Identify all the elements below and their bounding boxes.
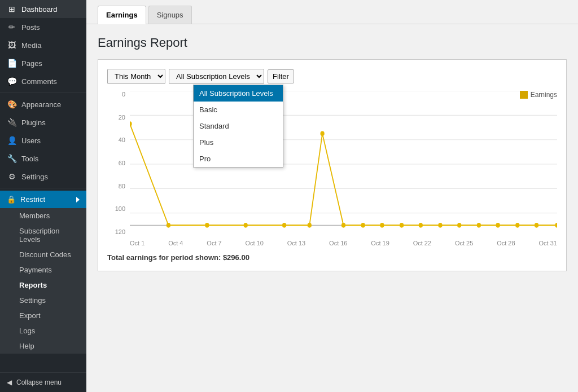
x-label-oct22: Oct 22 xyxy=(413,240,431,246)
svg-point-13 xyxy=(320,131,324,136)
y-axis: 120 100 80 60 40 20 0 xyxy=(107,91,128,235)
svg-point-10 xyxy=(244,223,248,228)
x-label-oct4: Oct 4 xyxy=(168,240,183,246)
sidebar-label-settings: Settings xyxy=(21,173,48,181)
graph-wrapper: Earnings 120 100 80 60 40 20 0 xyxy=(107,91,557,246)
page-title: Earnings Report xyxy=(98,36,567,50)
sidebar-item-dashboard[interactable]: ⊞ Dashboard xyxy=(0,0,86,18)
posts-icon: ✏ xyxy=(7,23,17,32)
legend-label: Earnings xyxy=(531,91,557,99)
subscription-select[interactable]: All Subscription Levels xyxy=(169,69,264,84)
appearance-icon: 🎨 xyxy=(7,100,17,109)
sidebar-label-appearance: Appearance xyxy=(21,100,61,109)
collapse-menu-button[interactable]: ◀ Collapse menu xyxy=(0,372,86,392)
sidebar-subitem-discount-codes[interactable]: Discount Codes xyxy=(0,247,86,262)
restrict-submenu: Members Subscription Levels Discount Cod… xyxy=(0,208,86,354)
sidebar-item-users[interactable]: 👤 Users xyxy=(0,131,86,149)
sidebar-subitem-payments[interactable]: Payments xyxy=(0,262,86,278)
filter-button[interactable]: Filter xyxy=(268,69,294,83)
sidebar-subitem-members[interactable]: Members xyxy=(0,208,86,223)
divider-2 xyxy=(0,188,86,188)
sidebar-item-appearance[interactable]: 🎨 Appearance xyxy=(0,95,86,113)
total-earnings-label: Total earnings for period shown: $296.00 xyxy=(107,253,557,262)
dashboard-icon: ⊞ xyxy=(7,5,17,14)
x-label-oct25: Oct 25 xyxy=(455,240,473,246)
sidebar-subitem-export[interactable]: Export xyxy=(0,308,86,323)
dropdown-option-standard[interactable]: Standard xyxy=(194,118,283,134)
chart-container: This Month Last Month This Year Last Yea… xyxy=(98,59,567,271)
sidebar-item-plugins[interactable]: 🔌 Plugins xyxy=(0,113,86,131)
sidebar-item-tools[interactable]: 🔧 Tools xyxy=(0,149,86,168)
divider-1 xyxy=(0,93,86,93)
restrict-label: Restrict xyxy=(20,195,45,204)
svg-point-22 xyxy=(496,223,500,228)
sidebar-label-users: Users xyxy=(21,136,41,145)
x-label-oct28: Oct 28 xyxy=(497,240,515,246)
tab-earnings[interactable]: Earnings xyxy=(98,6,146,24)
sidebar-label-dashboard: Dashboard xyxy=(21,5,58,14)
legend-color xyxy=(520,91,528,99)
x-label-oct10: Oct 10 xyxy=(246,240,264,246)
sidebar-item-restrict[interactable]: 🔒 Restrict xyxy=(0,191,86,208)
pages-icon: 📄 xyxy=(7,59,17,68)
svg-point-14 xyxy=(341,223,345,228)
collapse-icon: ◀ xyxy=(7,378,12,386)
sidebar-subitem-subscription-levels[interactable]: Subscription Levels xyxy=(0,223,86,247)
svg-point-9 xyxy=(205,223,209,228)
x-label-oct1: Oct 1 xyxy=(130,240,144,246)
svg-point-25 xyxy=(555,223,557,228)
tools-icon: 🔧 xyxy=(7,154,17,163)
sidebar-subitem-settings[interactable]: Settings xyxy=(0,293,86,308)
restrict-icon: 🔒 xyxy=(7,195,16,204)
settings-icon: ⚙ xyxy=(7,172,17,181)
comments-icon: 💬 xyxy=(7,77,17,86)
subscription-dropdown: All Subscription Levels Basic Standard P… xyxy=(193,85,283,168)
main-content: Earnings Signups Earnings Report This Mo… xyxy=(86,0,578,392)
svg-point-20 xyxy=(457,223,461,228)
dropdown-option-pro[interactable]: Pro xyxy=(194,151,283,167)
svg-point-15 xyxy=(361,223,365,228)
svg-point-7 xyxy=(130,121,132,126)
svg-point-8 xyxy=(167,223,170,228)
media-icon: 🖼 xyxy=(7,41,17,50)
x-label-oct19: Oct 19 xyxy=(371,240,389,246)
svg-point-12 xyxy=(308,223,312,228)
sidebar: ⊞ Dashboard ✏ Posts 🖼 Media 📄 Pages 💬 Co… xyxy=(0,0,86,392)
tab-bar: Earnings Signups xyxy=(86,0,578,24)
sidebar-subitem-help[interactable]: Help xyxy=(0,338,86,354)
sidebar-item-settings[interactable]: ⚙ Settings xyxy=(0,168,86,186)
sidebar-subitem-logs[interactable]: Logs xyxy=(0,323,86,338)
dropdown-option-all[interactable]: All Subscription Levels xyxy=(194,85,283,102)
svg-point-17 xyxy=(400,223,404,228)
sidebar-item-media[interactable]: 🖼 Media xyxy=(0,36,86,54)
sidebar-label-media: Media xyxy=(21,41,41,50)
sidebar-subitem-reports[interactable]: Reports xyxy=(0,278,86,293)
sidebar-label-posts: Posts xyxy=(21,23,40,32)
sidebar-label-tools: Tools xyxy=(21,155,38,163)
collapse-label: Collapse menu xyxy=(16,378,62,386)
svg-point-18 xyxy=(419,223,423,228)
x-label-oct16: Oct 16 xyxy=(329,240,347,246)
sidebar-label-pages: Pages xyxy=(21,59,42,68)
x-label-oct31: Oct 31 xyxy=(538,240,557,246)
svg-point-16 xyxy=(380,223,384,228)
sidebar-item-posts[interactable]: ✏ Posts xyxy=(0,18,86,36)
content-area: Earnings Report This Month Last Month Th… xyxy=(86,24,578,392)
restrict-arrow-icon xyxy=(76,197,80,202)
dropdown-option-basic[interactable]: Basic xyxy=(194,102,283,118)
users-icon: 👤 xyxy=(7,136,17,145)
sidebar-item-pages[interactable]: 📄 Pages xyxy=(0,54,86,72)
sidebar-label-plugins: Plugins xyxy=(21,118,46,127)
tab-signups[interactable]: Signups xyxy=(148,6,192,24)
chart-legend: Earnings xyxy=(520,91,557,99)
svg-point-24 xyxy=(535,223,538,228)
svg-point-23 xyxy=(515,223,519,228)
sidebar-item-comments[interactable]: 💬 Comments xyxy=(0,72,86,90)
sidebar-label-comments: Comments xyxy=(21,77,57,86)
x-axis-labels: Oct 1 Oct 4 Oct 7 Oct 10 Oct 13 Oct 16 O… xyxy=(130,237,557,246)
dropdown-option-plus[interactable]: Plus xyxy=(194,134,283,151)
x-label-oct13: Oct 13 xyxy=(287,240,305,246)
period-select[interactable]: This Month Last Month This Year Last Yea… xyxy=(107,69,165,84)
svg-point-21 xyxy=(477,223,481,228)
x-label-oct7: Oct 7 xyxy=(207,240,221,246)
